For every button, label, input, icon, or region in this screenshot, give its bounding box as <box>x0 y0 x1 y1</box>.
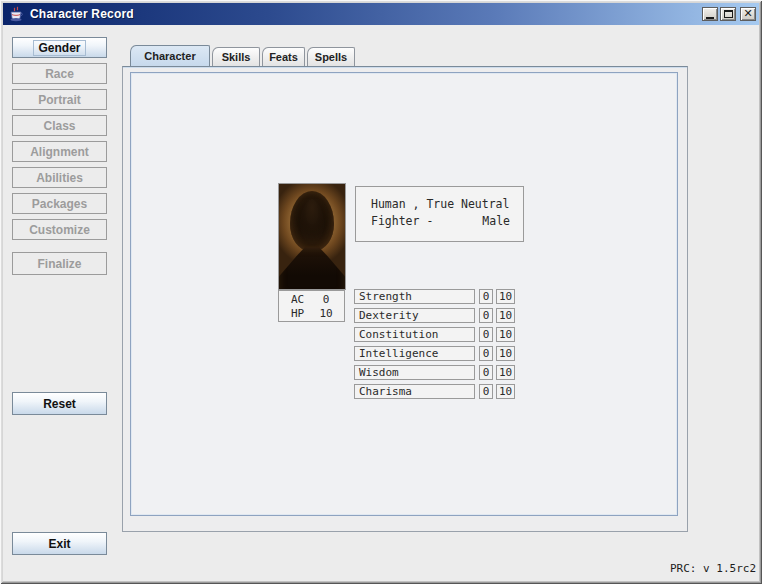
java-coffee-cup-icon <box>8 6 24 22</box>
gender-button-label: Gender <box>34 41 84 55</box>
portrait-head-shape <box>290 191 334 251</box>
prc-version-label: PRC: v 1.5rc2 <box>670 562 756 575</box>
gender-button[interactable]: Gender <box>12 37 107 58</box>
tab-strip: Character Skills Feats Spells <box>130 45 688 66</box>
exit-button[interactable]: Exit <box>12 532 107 555</box>
ability-name: Dexterity <box>354 308 475 323</box>
title-bar[interactable]: Character Record ✕ <box>3 3 759 25</box>
customize-button[interactable]: Customize <box>12 219 107 240</box>
ability-base: 0 <box>479 308 493 323</box>
ability-base: 0 <box>479 327 493 342</box>
ability-name: Intelligence <box>354 346 475 361</box>
portrait-button[interactable]: Portrait <box>12 89 107 110</box>
ac-label: AC <box>291 293 313 307</box>
minimize-icon <box>706 17 714 19</box>
tab-character[interactable]: Character <box>130 45 210 66</box>
class-text: Fighter - <box>371 213 433 230</box>
race-alignment-text: Human , True Neutral <box>371 196 510 213</box>
ability-score: 10 <box>496 384 515 399</box>
hp-value: 10 <box>313 307 339 321</box>
ability-score: 10 <box>496 365 515 380</box>
ability-name: Strength <box>354 289 475 304</box>
tab-spells[interactable]: Spells <box>307 47 355 66</box>
ability-name: Charisma <box>354 384 475 399</box>
ability-score: 10 <box>496 308 515 323</box>
character-summary-panel: Human , True Neutral Fighter - Male AC 0… <box>130 72 678 516</box>
reset-button[interactable]: Reset <box>12 392 107 415</box>
ability-base: 0 <box>479 289 493 304</box>
class-button[interactable]: Class <box>12 115 107 136</box>
window-title: Character Record <box>30 7 702 21</box>
ability-score: 10 <box>496 327 515 342</box>
ability-score: 10 <box>496 289 515 304</box>
gender-text: Male <box>482 213 510 230</box>
ability-name: Constitution <box>354 327 475 342</box>
summary-box: Human , True Neutral Fighter - Male <box>355 186 524 242</box>
tab-skills[interactable]: Skills <box>212 47 260 66</box>
ability-base: 0 <box>479 365 493 380</box>
maximize-button[interactable] <box>720 7 736 21</box>
minimize-button[interactable] <box>702 7 718 21</box>
close-icon: ✕ <box>743 9 752 19</box>
character-tabbed-pane: Character Skills Feats Spells Human , Tr… <box>122 45 688 532</box>
maximize-icon <box>724 10 733 18</box>
hp-label: HP <box>291 307 313 321</box>
character-tab-content: Human , True Neutral Fighter - Male AC 0… <box>122 66 688 532</box>
ac-value: 0 <box>313 293 339 307</box>
character-record-window: Character Record ✕ Gender Race Portrait … <box>0 0 762 584</box>
finalize-button[interactable]: Finalize <box>12 252 107 275</box>
character-portrait-image <box>278 183 346 290</box>
ability-base: 0 <box>479 384 493 399</box>
race-button[interactable]: Race <box>12 63 107 84</box>
ability-base: 0 <box>479 346 493 361</box>
alignment-button[interactable]: Alignment <box>12 141 107 162</box>
combat-stats-box: AC 0 HP 10 <box>278 290 345 322</box>
ability-name: Wisdom <box>354 365 475 380</box>
ability-score: 10 <box>496 346 515 361</box>
packages-button[interactable]: Packages <box>12 193 107 214</box>
close-button[interactable]: ✕ <box>740 7 756 21</box>
abilities-button[interactable]: Abilities <box>12 167 107 188</box>
tab-feats[interactable]: Feats <box>262 47 305 66</box>
portrait-shoulders-shape <box>279 242 345 290</box>
